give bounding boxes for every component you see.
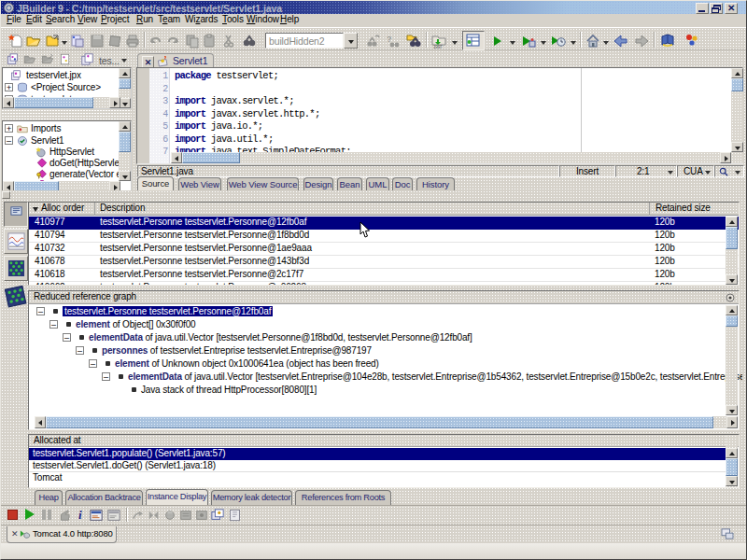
svg-text:1997: 1997 (433, 45, 443, 49)
svg-text:?: ? (387, 35, 391, 44)
